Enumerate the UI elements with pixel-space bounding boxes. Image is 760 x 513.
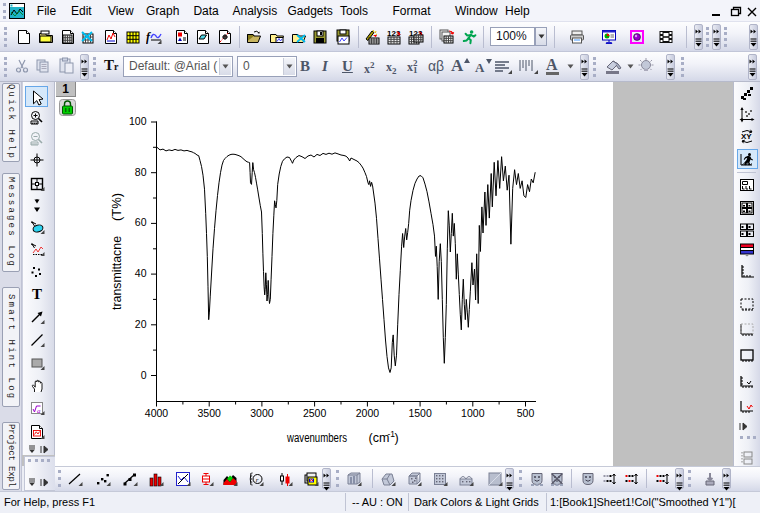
svg-text:20: 20	[135, 318, 147, 330]
svg-text:60: 60	[135, 216, 147, 228]
svg-text:80: 80	[135, 166, 147, 178]
svg-text:500: 500	[517, 407, 535, 419]
svg-text:a: a	[37, 407, 41, 415]
svg-text:XY: XY	[741, 132, 752, 141]
svg-text:2500: 2500	[303, 407, 327, 419]
svg-text:4000: 4000	[145, 407, 169, 419]
svg-text:r: r	[256, 476, 259, 484]
svg-text:3000: 3000	[250, 407, 274, 419]
svg-text:): )	[395, 431, 399, 445]
svg-text:3500: 3500	[198, 407, 222, 419]
svg-text:(cm: (cm	[369, 431, 390, 445]
svg-text:T: T	[32, 285, 42, 301]
svg-text:1500: 1500	[408, 407, 432, 419]
svg-text:wavenumbers: wavenumbers	[286, 431, 347, 445]
svg-text:2000: 2000	[356, 407, 380, 419]
svg-text:0: 0	[141, 369, 147, 381]
svg-text:1000: 1000	[461, 407, 485, 419]
svg-text:100: 100	[129, 115, 147, 127]
svg-text:40: 40	[135, 267, 147, 279]
svg-text:transmittacne(T%): transmittacne(T%)	[109, 193, 124, 310]
svg-text:f: f	[146, 30, 151, 44]
